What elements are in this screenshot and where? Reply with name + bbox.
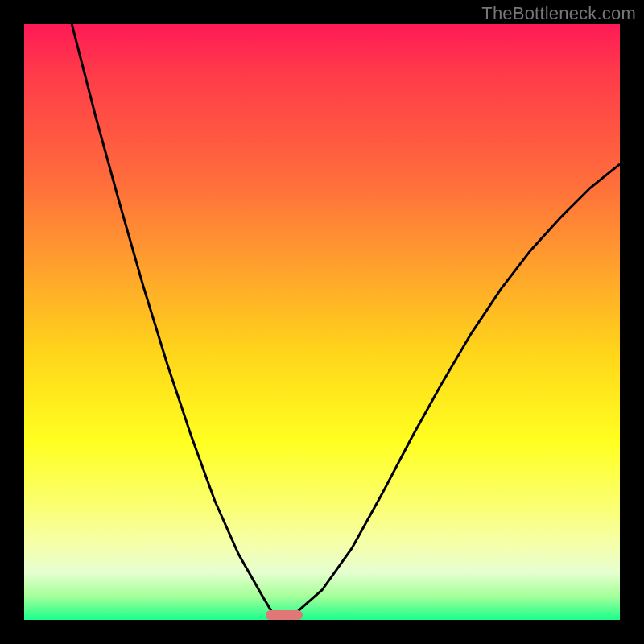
watermark-text: TheBottleneck.com [481,3,636,24]
optimal-marker [266,610,303,620]
curve-right-branch [298,164,620,611]
plot-area [24,24,620,620]
curve-left-branch [72,24,271,611]
bottleneck-curve [24,24,620,620]
chart-frame: TheBottleneck.com [0,0,644,644]
